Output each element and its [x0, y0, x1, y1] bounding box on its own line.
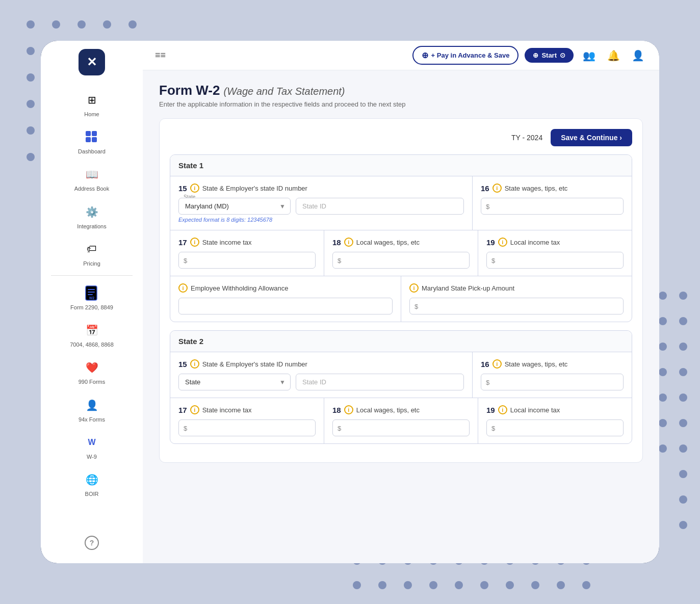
save-continue-button[interactable]: Save & Continue › — [551, 129, 632, 146]
state1-field19-input[interactable] — [486, 252, 624, 269]
state2-field16-title: State wages, tips, etc — [505, 360, 568, 368]
state1-id-input[interactable] — [296, 198, 464, 215]
sidebar-item-boir[interactable]: 🌐 BOIR — [41, 465, 143, 503]
state2-state-fields-row: State ▼ — [178, 374, 464, 390]
sidebar-item-label: BOIR — [85, 491, 99, 497]
state1-emp-allowance-cell: i Employee Withholding Allowance — [170, 276, 401, 322]
field19-info-icon[interactable]: i — [498, 238, 507, 247]
state1-field19-cell: 19 i Local income tax $ — [478, 230, 632, 276]
tax-year-label: TY - 2024 — [511, 134, 542, 142]
pay-advance-button[interactable]: ⊕ + Pay in Advance & Save — [412, 46, 519, 65]
user-profile-button[interactable]: 👤 — [629, 46, 647, 65]
field15-info-icon[interactable]: i — [190, 183, 199, 193]
state2-dollar-icon-16: $ — [486, 378, 489, 386]
field18-info-icon[interactable]: i — [344, 238, 353, 247]
field19-label-row: 19 i Local income tax — [486, 238, 624, 247]
state1-state-select[interactable]: Maryland (MD) — [178, 198, 291, 215]
state1-header: State 1 — [170, 155, 632, 176]
app-logo[interactable]: ✕ — [79, 49, 105, 75]
state2-field19-cell: 19 i Local income tax $ — [478, 398, 632, 443]
field18-dollar-wrapper: $ — [332, 252, 470, 269]
field18-label-row: 18 i Local wages, tips, etc — [332, 238, 470, 247]
state2-state-select[interactable]: State — [178, 374, 291, 390]
state1-emp-allowance-input[interactable] — [178, 298, 393, 314]
navbar: ≡≡ ⊕ + Pay in Advance & Save ⊕ Start ⊙ 👥… — [143, 41, 659, 70]
field17-info-icon[interactable]: i — [190, 238, 199, 247]
state1-field18-input[interactable] — [332, 252, 470, 269]
dollar-icon-18: $ — [338, 256, 341, 264]
state2-id-input[interactable] — [296, 374, 464, 390]
state2-field15-number: 15 — [178, 360, 187, 369]
pay-advance-label: + Pay in Advance & Save — [431, 51, 510, 59]
state1-dropdown-wrapper: State Maryland (MD) ▼ — [178, 198, 291, 215]
pricing-icon: 🏷 — [83, 240, 101, 258]
state2-field16-cell: 16 i State wages, tips, etc $ — [473, 352, 632, 398]
state2-field16-label-row: 16 i State wages, tips, etc — [481, 359, 624, 369]
sidebar-item-w9[interactable]: W W-9 — [41, 428, 143, 465]
svg-rect-0 — [86, 131, 91, 136]
start-button[interactable]: ⊕ Start ⊙ — [525, 48, 574, 63]
state2-field17-input[interactable] — [178, 419, 316, 436]
state1-field18-cell: 18 i Local wages, tips, etc $ — [324, 230, 478, 276]
state2-field18-info-icon[interactable]: i — [344, 405, 353, 414]
state2-dollar-icon-17: $ — [184, 424, 187, 432]
state2-header: State 2 — [170, 331, 632, 352]
integrations-icon: ⚙️ — [83, 203, 101, 221]
state2-dollar-icon-19: $ — [491, 424, 495, 432]
sidebar-item-dashboard[interactable]: Dashboard — [41, 123, 143, 160]
form-subtitle-em: (Wage and Tax Statement) — [224, 86, 345, 97]
state2-field17-number: 17 — [178, 406, 187, 414]
field16-info-icon[interactable]: i — [492, 183, 502, 193]
state2-field18-label-row: 18 i Local wages, tips, etc — [332, 405, 470, 414]
state2-field19-input[interactable] — [486, 419, 624, 436]
form7004-icon: 📅 — [83, 321, 101, 339]
sidebar-item-integrations[interactable]: ⚙️ Integrations — [41, 198, 143, 235]
state1-field16-input[interactable] — [481, 198, 624, 215]
help-icon: ? — [85, 536, 99, 550]
sidebar-item-94xforms[interactable]: 👤 94x Forms — [41, 391, 143, 428]
md-pickup-info-icon[interactable]: i — [409, 283, 419, 293]
state2-field18-input[interactable] — [332, 419, 470, 436]
sidebar-item-form2290[interactable]: W2 Form 2290, 8849 — [41, 279, 143, 316]
state2-row-15-16: 15 i State & Employer's state ID number … — [170, 352, 632, 398]
state2-field16-info-icon[interactable]: i — [492, 359, 502, 369]
990forms-icon: ❤️ — [83, 358, 101, 377]
state2-field15-info-icon[interactable]: i — [190, 359, 199, 369]
notifications-button[interactable]: 🔔 — [604, 46, 623, 65]
start-label: Start — [541, 51, 557, 59]
sidebar-item-label: 990 Forms — [79, 379, 106, 385]
contacts-button[interactable]: 👥 — [580, 46, 598, 65]
page-subtitle: Enter the applicable information in the … — [159, 100, 643, 108]
state2-id-wrapper — [296, 374, 464, 390]
contacts-icon: 👥 — [583, 49, 595, 62]
state2-field19-info-icon[interactable]: i — [498, 405, 507, 414]
state2-field19-dollar-wrapper: $ — [486, 419, 624, 436]
state2-field17-info-icon[interactable]: i — [190, 405, 199, 414]
state1-field17-input[interactable] — [178, 252, 316, 269]
field16-number: 16 — [481, 184, 489, 193]
field17-title: State income tax — [202, 239, 252, 246]
emp-allowance-info-icon[interactable]: i — [178, 283, 188, 293]
home-icon: ⊞ — [83, 91, 101, 109]
field15-title: State & Employer's state ID number — [202, 185, 307, 192]
svg-rect-6 — [88, 289, 95, 290]
state2-row-17-18-19: 17 i State income tax $ 18 — [170, 398, 632, 443]
sidebar-item-help[interactable]: ? — [81, 531, 103, 555]
state2-field15-label-row: 15 i State & Employer's state ID number — [178, 359, 464, 369]
md-pickup-label-row: i Maryland State Pick-up Amount — [409, 283, 624, 293]
state2-section: State 2 15 i State & Employer's state ID… — [170, 330, 632, 444]
sidebar-item-7004[interactable]: 📅 7004, 4868, 8868 — [41, 316, 143, 353]
sidebar-item-address-book[interactable]: 📖 Address Book — [41, 160, 143, 197]
state1-field16-cell: 16 i State wages, tips, etc $ — [473, 176, 632, 230]
sidebar-item-label: 94x Forms — [79, 416, 105, 423]
menu-toggle-icon[interactable]: ≡≡ — [155, 50, 166, 60]
sidebar-item-pricing[interactable]: 🏷 Pricing — [41, 235, 143, 272]
state2-field16-input[interactable] — [481, 374, 624, 390]
state2-field17-title: State income tax — [202, 406, 252, 414]
state1-md-pickup-cell: i Maryland State Pick-up Amount $ — [401, 276, 632, 322]
sidebar-item-home[interactable]: ⊞ Home — [41, 86, 143, 123]
state1-md-pickup-input[interactable] — [409, 298, 624, 314]
field15-number: 15 — [178, 184, 187, 193]
state2-field15-cell: 15 i State & Employer's state ID number … — [170, 352, 473, 398]
sidebar-item-990forms[interactable]: ❤️ 990 Forms — [41, 353, 143, 390]
